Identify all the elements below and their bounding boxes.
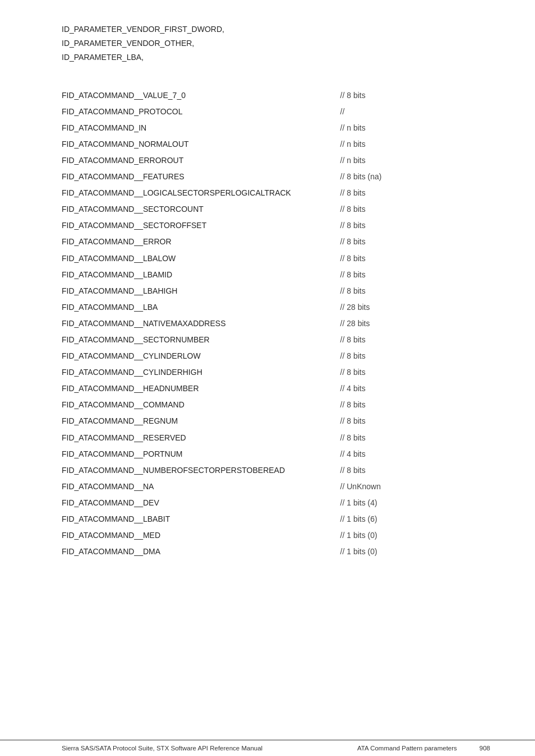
code-name-cell: FID_ATACOMMAND__MED bbox=[62, 527, 340, 544]
code-comment-cell: // n bits bbox=[340, 152, 490, 169]
code-name-cell: FID_ATACOMMAND__DMA bbox=[62, 544, 340, 560]
code-comment-cell: // n bits bbox=[340, 136, 490, 152]
table-row: FID_ATACOMMAND__SECTOROFFSET// 8 bits bbox=[62, 217, 490, 234]
code-name-cell: FID_ATACOMMAND__LBA bbox=[62, 299, 340, 316]
table-row: FID_ATACOMMAND_NORMALOUT// n bits bbox=[62, 136, 490, 152]
code-name-cell: FID_ATACOMMAND__CYLINDERLOW bbox=[62, 348, 340, 364]
table-row: FID_ATACOMMAND__MED// 1 bits (0) bbox=[62, 527, 490, 544]
table-row: FID_ATACOMMAND__LBALOW// 8 bits bbox=[62, 251, 490, 267]
code-name-cell: FID_ATACOMMAND__DEV bbox=[62, 495, 340, 511]
code-name-cell: FID_ATACOMMAND__NATIVEMAXADDRESS bbox=[62, 316, 340, 332]
table-row: FID_ATACOMMAND__CYLINDERHIGH// 8 bits bbox=[62, 364, 490, 381]
table-row: FID_ATACOMMAND__LBAMID// 8 bits bbox=[62, 267, 490, 283]
top-params-section: ID_PARAMETER_VENDOR_FIRST_DWORD,ID_PARAM… bbox=[62, 22, 490, 65]
table-row: FID_ATACOMMAND__REGNUM// 8 bits bbox=[62, 413, 490, 429]
code-comment-cell: // bbox=[340, 104, 490, 120]
table-row: FID_ATACOMMAND__SECTORCOUNT// 8 bits bbox=[62, 201, 490, 217]
code-name-cell: FID_ATACOMMAND__NA bbox=[62, 479, 340, 495]
table-row: FID_ATACOMMAND__PORTNUM// 4 bits bbox=[62, 446, 490, 462]
top-param-line-1: ID_PARAMETER_VENDOR_OTHER, bbox=[62, 36, 490, 50]
code-comment-cell: // 4 bits bbox=[340, 446, 490, 462]
code-comment-cell: // 1 bits (4) bbox=[340, 495, 490, 511]
footer-center-text: ATA Command Pattern parameters bbox=[357, 745, 457, 752]
code-comment-cell: // 8 bits bbox=[340, 217, 490, 234]
table-row: FID_ATACOMMAND__FEATURES// 8 bits (na) bbox=[62, 169, 490, 185]
code-name-cell: FID_ATACOMMAND__LBAMID bbox=[62, 267, 340, 283]
page-content: ID_PARAMETER_VENDOR_FIRST_DWORD,ID_PARAM… bbox=[0, 0, 535, 616]
code-name-cell: FID_ATACOMMAND_PROTOCOL bbox=[62, 104, 340, 120]
table-row: FID_ATACOMMAND__DMA// 1 bits (0) bbox=[62, 544, 490, 560]
table-row: FID_ATACOMMAND__DEV// 1 bits (4) bbox=[62, 495, 490, 511]
code-comment-cell: // 8 bits bbox=[340, 87, 490, 104]
table-row: FID_ATACOMMAND__LBAHIGH// 8 bits bbox=[62, 283, 490, 299]
code-comment-cell: // 8 bits bbox=[340, 348, 490, 364]
table-row: FID_ATACOMMAND__SECTORNUMBER// 8 bits bbox=[62, 332, 490, 348]
code-name-cell: FID_ATACOMMAND__LBAHIGH bbox=[62, 283, 340, 299]
code-name-cell: FID_ATACOMMAND__COMMAND bbox=[62, 397, 340, 413]
code-comment-cell: // 1 bits (0) bbox=[340, 544, 490, 560]
code-comment-cell: // n bits bbox=[340, 120, 490, 136]
code-name-cell: FID_ATACOMMAND__FEATURES bbox=[62, 169, 340, 185]
code-comment-cell: // 8 bits bbox=[340, 397, 490, 413]
code-comment-cell: // 8 bits bbox=[340, 413, 490, 429]
code-comment-cell: // 8 bits bbox=[340, 267, 490, 283]
code-comment-cell: // 8 bits bbox=[340, 234, 490, 250]
code-name-cell: FID_ATACOMMAND__ERROR bbox=[62, 234, 340, 250]
code-comment-cell: // 8 bits bbox=[340, 332, 490, 348]
code-comment-cell: // 28 bits bbox=[340, 316, 490, 332]
code-name-cell: FID_ATACOMMAND__NUMBEROFSECTORPERSTOBERE… bbox=[62, 462, 340, 479]
code-comment-cell: // 8 bits (na) bbox=[340, 169, 490, 185]
code-name-cell: FID_ATACOMMAND__LBALOW bbox=[62, 251, 340, 267]
code-name-cell: FID_ATACOMMAND_ERROROUT bbox=[62, 152, 340, 169]
code-name-cell: FID_ATACOMMAND__VALUE_7_0 bbox=[62, 87, 340, 104]
table-row: FID_ATACOMMAND__NATIVEMAXADDRESS// 28 bi… bbox=[62, 316, 490, 332]
table-row: FID_ATACOMMAND__NA// UnKnown bbox=[62, 479, 490, 495]
table-row: FID_ATACOMMAND__LBABIT// 1 bits (6) bbox=[62, 511, 490, 527]
code-comment-cell: // 8 bits bbox=[340, 462, 490, 479]
code-comment-cell: // 8 bits bbox=[340, 251, 490, 267]
code-comment-cell: // UnKnown bbox=[340, 479, 490, 495]
table-row: FID_ATACOMMAND__RESERVED// 8 bits bbox=[62, 430, 490, 446]
table-row: FID_ATACOMMAND__VALUE_7_0// 8 bits bbox=[62, 87, 490, 104]
footer-page-number: 908 bbox=[479, 745, 490, 752]
code-comment-cell: // 8 bits bbox=[340, 283, 490, 299]
code-name-cell: FID_ATACOMMAND__LOGICALSECTORSPERLOGICAL… bbox=[62, 185, 340, 201]
code-name-cell: FID_ATACOMMAND__SECTORCOUNT bbox=[62, 201, 340, 217]
table-row: FID_ATACOMMAND__CYLINDERLOW// 8 bits bbox=[62, 348, 490, 364]
code-table: FID_ATACOMMAND__VALUE_7_0// 8 bitsFID_AT… bbox=[62, 87, 490, 560]
code-comment-cell: // 8 bits bbox=[340, 201, 490, 217]
table-row: FID_ATACOMMAND_PROTOCOL// bbox=[62, 104, 490, 120]
code-comment-cell: // 28 bits bbox=[340, 299, 490, 316]
code-name-cell: FID_ATACOMMAND__HEADNUMBER bbox=[62, 381, 340, 397]
code-name-cell: FID_ATACOMMAND__SECTORNUMBER bbox=[62, 332, 340, 348]
code-comment-cell: // 8 bits bbox=[340, 430, 490, 446]
top-param-line-0: ID_PARAMETER_VENDOR_FIRST_DWORD, bbox=[62, 22, 490, 36]
table-row: FID_ATACOMMAND__COMMAND// 8 bits bbox=[62, 397, 490, 413]
table-row: FID_ATACOMMAND_IN// n bits bbox=[62, 120, 490, 136]
footer-right: ATA Command Pattern parameters 908 bbox=[357, 745, 490, 752]
table-row: FID_ATACOMMAND__LBA// 28 bits bbox=[62, 299, 490, 316]
code-comment-cell: // 1 bits (6) bbox=[340, 511, 490, 527]
code-name-cell: FID_ATACOMMAND_IN bbox=[62, 120, 340, 136]
code-name-cell: FID_ATACOMMAND__RESERVED bbox=[62, 430, 340, 446]
code-name-cell: FID_ATACOMMAND__SECTOROFFSET bbox=[62, 217, 340, 234]
top-param-line-2: ID_PARAMETER_LBA, bbox=[62, 50, 490, 64]
table-row: FID_ATACOMMAND_ERROROUT// n bits bbox=[62, 152, 490, 169]
code-comment-cell: // 1 bits (0) bbox=[340, 527, 490, 544]
code-name-cell: FID_ATACOMMAND_NORMALOUT bbox=[62, 136, 340, 152]
table-row: FID_ATACOMMAND__HEADNUMBER// 4 bits bbox=[62, 381, 490, 397]
code-comment-cell: // 4 bits bbox=[340, 381, 490, 397]
code-comment-cell: // 8 bits bbox=[340, 364, 490, 381]
code-name-cell: FID_ATACOMMAND__REGNUM bbox=[62, 413, 340, 429]
code-comment-cell: // 8 bits bbox=[340, 185, 490, 201]
footer-left-text: Sierra SAS/SATA Protocol Suite, STX Soft… bbox=[62, 745, 262, 752]
table-row: FID_ATACOMMAND__LOGICALSECTORSPERLOGICAL… bbox=[62, 185, 490, 201]
table-row: FID_ATACOMMAND__NUMBEROFSECTORPERSTOBERE… bbox=[62, 462, 490, 479]
code-name-cell: FID_ATACOMMAND__CYLINDERHIGH bbox=[62, 364, 340, 381]
page-footer: Sierra SAS/SATA Protocol Suite, STX Soft… bbox=[0, 740, 535, 756]
code-name-cell: FID_ATACOMMAND__PORTNUM bbox=[62, 446, 340, 462]
code-name-cell: FID_ATACOMMAND__LBABIT bbox=[62, 511, 340, 527]
table-row: FID_ATACOMMAND__ERROR// 8 bits bbox=[62, 234, 490, 250]
